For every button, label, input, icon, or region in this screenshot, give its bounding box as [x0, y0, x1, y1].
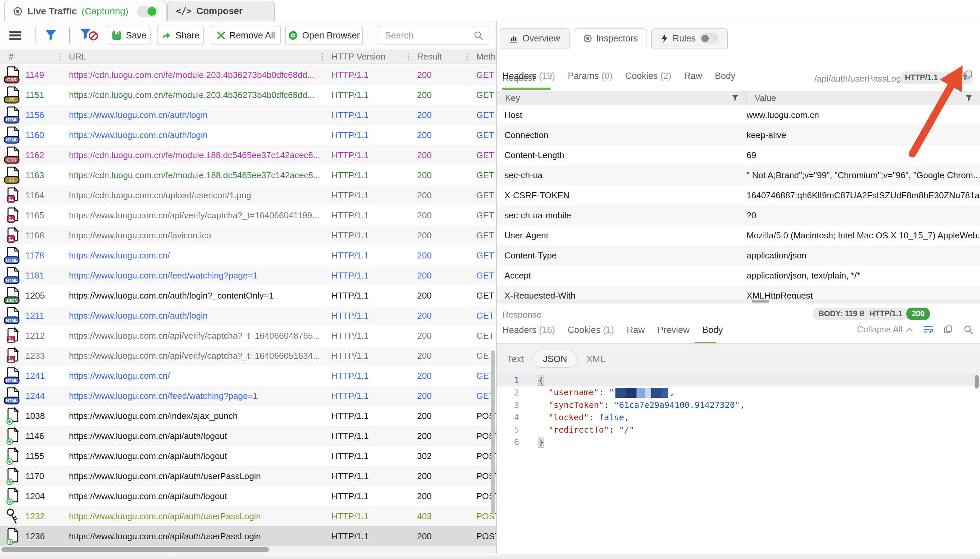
remove-all-button[interactable]: Remove All [211, 26, 281, 45]
header-row[interactable]: X-CSRF-TOKEN 1640746887:qh6KlI9mC87UA2Fs… [497, 185, 980, 205]
code-text: "locked": false, [519, 413, 629, 422]
table-row[interactable]: HTML 1211 https://www.luogu.com.cn/auth/… [0, 306, 497, 326]
response-tab[interactable]: Cookies (1) [568, 325, 614, 335]
response-tab[interactable]: Preview [657, 325, 690, 335]
collapse-all-button[interactable]: Collapse All [857, 324, 913, 335]
header-row[interactable]: Content-Type application/json [497, 245, 980, 265]
table-row[interactable]: 1236 https://www.luogu.com.cn/api/auth/u… [0, 526, 497, 546]
request-result: 200 [417, 90, 476, 100]
table-row[interactable]: 1170 https://www.luogu.com.cn/api/auth/u… [0, 466, 497, 486]
filter-disable-icon[interactable] [79, 27, 99, 43]
search-body-icon[interactable] [963, 325, 973, 335]
response-tab[interactable]: Headers (16) [502, 325, 555, 335]
wrap-lines-icon[interactable] [923, 325, 933, 334]
table-row[interactable]: 1038 https://www.luogu.com.cn/index/ajax… [0, 406, 497, 426]
filter-funnel-icon[interactable] [965, 94, 973, 102]
tab-overview[interactable]: Overview [500, 28, 569, 48]
table-row[interactable]: 1146 https://www.luogu.com.cn/api/auth/l… [0, 426, 497, 446]
table-row[interactable]: HTML 1181 https://www.luogu.com.cn/feed/… [0, 265, 497, 286]
code-line[interactable]: 5 "redirectTo": "/" [497, 423, 980, 436]
json-code[interactable]: 1{2 "username": ",3 "syncToken": "61ca7e… [497, 374, 980, 553]
rules-toggle[interactable] [700, 33, 718, 43]
request-method: GET [476, 130, 497, 141]
request-tab[interactable]: Cookies (2) [625, 71, 671, 81]
table-row[interactable]: HTML 1244 https://www.luogu.com.cn/feed/… [0, 386, 497, 406]
table-row[interactable]: 1204 https://www.luogu.com.cn/api/auth/l… [0, 486, 497, 506]
filter-icon[interactable] [43, 27, 59, 43]
table-row[interactable]: 1233 https://www.luogu.com.cn/api/verify… [0, 346, 497, 366]
horizontal-scrollbar[interactable] [0, 546, 497, 553]
table-row[interactable]: JSON 1205 https://www.luogu.com.cn/auth/… [0, 286, 497, 306]
column-header-method[interactable]: Method [476, 50, 497, 63]
filter-funnel-icon[interactable] [732, 94, 739, 102]
column-menu-icon[interactable]: ⋮ [56, 52, 66, 61]
table-row[interactable]: HTML 1241 https://www.luogu.com.cn/ HTTP… [0, 366, 497, 386]
header-row[interactable]: X-Requested-With XMLHttpRequest [497, 286, 980, 299]
request-http-version: HTTP/1.1 [331, 511, 417, 521]
tab-composer[interactable]: </> Composer [167, 1, 275, 22]
table-row[interactable]: JS 1151 https://cdn.luogu.com.cn/fe/modu… [0, 85, 497, 105]
header-row[interactable]: User-Agent Mozilla/5.0 (Macintosh; Intel… [497, 225, 980, 245]
table-row[interactable]: 1155 https://www.luogu.com.cn/api/auth/l… [0, 446, 497, 466]
share-button[interactable]: Share [157, 26, 204, 45]
request-horizontal-scrollbar[interactable] [497, 299, 980, 304]
code-line[interactable]: 4 "locked": false, [497, 411, 980, 423]
traffic-table-header: #⋮ URL⋮ HTTP Version⋮ Result⋮ Method [0, 50, 497, 64]
header-value: Mozilla/5.0 (Macintosh; Intel Mac OS X 1… [747, 230, 980, 241]
tab-live-traffic[interactable]: Live Traffic (Capturing) [4, 1, 167, 22]
response-tab[interactable]: Raw [627, 325, 645, 335]
tab-inspectors[interactable]: Inspectors [574, 28, 647, 48]
column-menu-icon[interactable]: ⋮ [404, 52, 414, 61]
table-row[interactable]: HTML 1178 https://www.luogu.com.cn/ HTTP… [0, 245, 497, 265]
response-tab[interactable]: Body [702, 325, 723, 335]
header-row[interactable]: sec-ch-ua-mobile ?0 [497, 205, 980, 225]
table-row[interactable]: 1232 https://www.luogu.com.cn/api/auth/u… [0, 506, 497, 526]
table-row[interactable]: 1164 https://cdn.luogu.com.cn/upload/use… [0, 185, 497, 205]
column-menu-icon[interactable]: ⋮ [463, 52, 473, 61]
column-header-num[interactable]: #⋮ [0, 50, 69, 63]
column-header-url[interactable]: URL⋮ [69, 50, 331, 63]
request-url: https://www.luogu.com.cn/auth/login [69, 130, 331, 141]
code-line[interactable]: 2 "username": ", [497, 387, 980, 399]
save-button[interactable]: Save [108, 26, 151, 45]
code-line[interactable]: 3 "syncToken": "61ca7e29a94100.91427320"… [497, 399, 980, 411]
menu-hamburger-icon[interactable] [7, 27, 23, 43]
format-tab[interactable]: XML [587, 351, 605, 367]
vertical-scrollbar[interactable] [491, 351, 495, 514]
header-row[interactable]: Connection keep-alive [497, 125, 980, 145]
open-browser-button[interactable]: Open Browser [285, 26, 363, 45]
header-row[interactable]: sec-ch-ua " Not A;Brand";v="99", "Chromi… [497, 165, 980, 185]
format-tab[interactable]: Text [507, 351, 524, 367]
copy-icon[interactable] [943, 325, 953, 335]
browser-icon [288, 30, 298, 40]
code-line[interactable]: 1{ [497, 374, 980, 387]
header-row[interactable]: Accept application/json, text/plain, */* [497, 265, 980, 286]
header-row[interactable]: Host www.luogu.com.cn [497, 105, 980, 125]
capture-toggle[interactable] [137, 6, 158, 17]
column-header-http-version[interactable]: HTTP Version⋮ [331, 50, 417, 63]
table-row[interactable]: JS 1163 https://cdn.luogu.com.cn/fe/modu… [0, 165, 497, 185]
search-input[interactable]: Search [377, 26, 489, 45]
tab-rules[interactable]: Rules [651, 28, 728, 48]
code-line[interactable]: 6} [497, 436, 980, 448]
table-row[interactable]: 1212 https://www.luogu.com.cn/api/verify… [0, 326, 497, 346]
response-vertical-scrollbar[interactable] [975, 375, 979, 389]
table-row[interactable]: 1165 https://www.luogu.com.cn/api/verify… [0, 205, 497, 225]
table-row[interactable]: CSS 1149 https://cdn.luogu.com.cn/fe/mod… [0, 65, 497, 85]
request-method: GET [476, 190, 497, 200]
format-tab[interactable]: JSON [533, 351, 578, 368]
copy-icon[interactable] [963, 69, 973, 80]
request-method: GET [476, 150, 497, 160]
column-menu-icon[interactable]: ⋮ [318, 52, 329, 61]
request-tab[interactable]: Body [715, 71, 735, 81]
table-row[interactable]: HTML 1156 https://www.luogu.com.cn/auth/… [0, 105, 497, 125]
request-tab[interactable]: Headers (19) [502, 71, 555, 81]
column-header-result[interactable]: Result⋮ [417, 50, 476, 63]
table-row[interactable]: HTML 1160 https://www.luogu.com.cn/auth/… [0, 125, 497, 145]
table-row[interactable]: 1168 https://www.luogu.com.cn/favicon.ic… [0, 225, 497, 245]
request-tab[interactable]: Params (0) [568, 71, 613, 81]
table-row[interactable]: CSS 1162 https://cdn.luogu.com.cn/fe/mod… [0, 145, 497, 165]
header-row[interactable]: Content-Length 69 [497, 145, 980, 165]
search-placeholder: Search [385, 30, 473, 41]
request-tab[interactable]: Raw [684, 71, 702, 81]
